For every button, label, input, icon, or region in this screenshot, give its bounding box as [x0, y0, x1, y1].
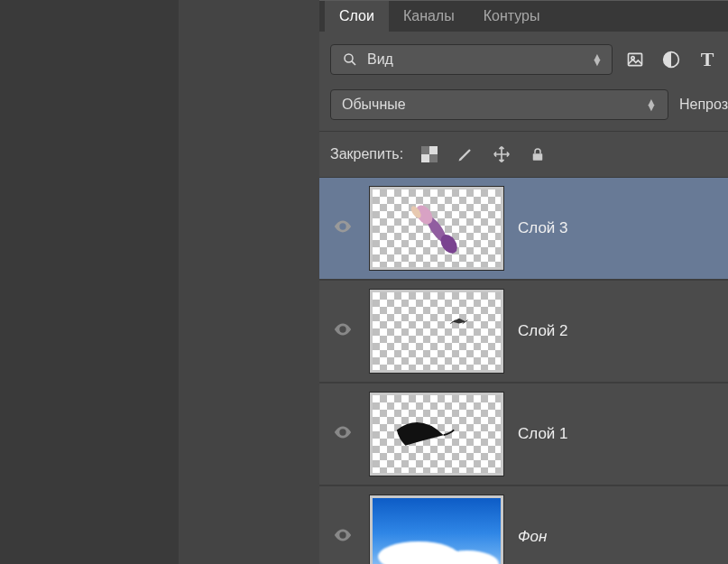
- visibility-toggle[interactable]: [330, 217, 355, 241]
- layer-filter-select[interactable]: Вид ▲▼: [330, 44, 613, 75]
- layer-filter-label: Вид: [367, 51, 393, 68]
- layer-name[interactable]: Слой 3: [518, 219, 568, 237]
- dropdown-arrows-icon: ▲▼: [646, 99, 657, 110]
- lock-icons: [419, 144, 548, 164]
- layer-name[interactable]: Слой 2: [518, 322, 568, 340]
- layer-thumbnail[interactable]: [370, 393, 503, 476]
- blend-mode-label: Обычные: [342, 97, 406, 113]
- layer-row[interactable]: Слой 3: [319, 178, 728, 281]
- svg-rect-6: [429, 154, 438, 162]
- visibility-toggle[interactable]: [330, 525, 355, 550]
- svg-rect-8: [421, 154, 429, 162]
- canvas-area[interactable]: [179, 0, 319, 564]
- layer-thumbnail[interactable]: [370, 290, 503, 373]
- workspace: [0, 0, 319, 564]
- visibility-toggle[interactable]: [330, 422, 355, 447]
- opacity-label: Непроз: [679, 97, 728, 113]
- layers-panel: Слои Каналы Контуры Вид ▲▼ T Обычные ▲▼: [319, 0, 728, 564]
- layer-row[interactable]: Слой 1: [319, 384, 728, 486]
- filter-row: Вид ▲▼ T: [319, 32, 728, 84]
- clouds-thumbnail-icon: [373, 540, 501, 564]
- layer-row[interactable]: Фон: [319, 486, 728, 564]
- lock-position-icon[interactable]: [492, 144, 511, 164]
- lock-pixels-icon[interactable]: [456, 144, 475, 164]
- layer-row[interactable]: Слой 2: [319, 281, 728, 384]
- dropdown-arrows-icon: ▲▼: [592, 54, 603, 65]
- svg-point-0: [345, 54, 353, 62]
- layer-thumbnail[interactable]: [370, 187, 503, 270]
- bird-black-icon: [373, 395, 501, 475]
- layer-thumbnail[interactable]: [370, 495, 503, 564]
- layer-name[interactable]: Фон: [518, 528, 547, 546]
- blend-mode-select[interactable]: Обычные ▲▼: [330, 89, 668, 120]
- adjustment-icon[interactable]: [661, 50, 681, 69]
- tab-paths[interactable]: Контуры: [469, 1, 555, 32]
- lock-row: Закрепить:: [319, 132, 728, 178]
- layer-name[interactable]: Слой 1: [518, 425, 568, 443]
- svg-rect-9: [533, 153, 543, 161]
- bird-tiny-icon: [373, 292, 501, 372]
- type-icon[interactable]: T: [697, 50, 717, 69]
- svg-rect-5: [421, 146, 429, 154]
- lock-all-icon[interactable]: [528, 144, 548, 164]
- bird-colorful-icon: [373, 190, 501, 269]
- lock-transparency-icon[interactable]: [419, 144, 439, 164]
- visibility-toggle[interactable]: [330, 319, 355, 344]
- workspace-gutter: [0, 0, 179, 564]
- blend-row: Обычные ▲▼ Непроз: [319, 84, 728, 132]
- tab-channels[interactable]: Каналы: [389, 1, 469, 32]
- image-icon[interactable]: [625, 50, 645, 69]
- opacity-group[interactable]: Непроз: [679, 97, 728, 113]
- lock-label: Закрепить:: [330, 146, 403, 162]
- svg-rect-7: [429, 146, 438, 154]
- panel-tabs: Слои Каналы Контуры: [319, 1, 728, 32]
- layers-list: Слой 3 Слой 2: [319, 178, 728, 564]
- tab-layers[interactable]: Слои: [325, 1, 389, 32]
- search-icon: [340, 50, 360, 69]
- filter-row-icons: T: [625, 50, 717, 69]
- svg-rect-2: [629, 53, 642, 65]
- svg-line-1: [352, 61, 355, 65]
